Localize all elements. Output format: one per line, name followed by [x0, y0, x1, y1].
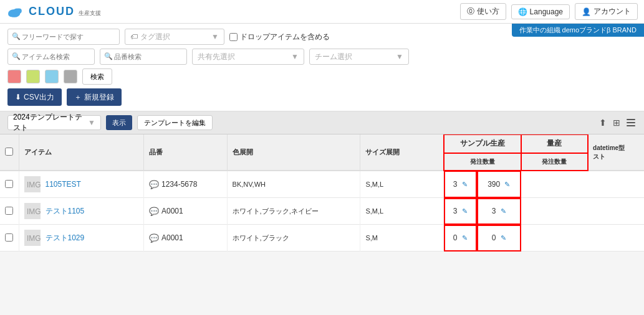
color-swatch-yellow[interactable] [26, 70, 40, 83]
product-num-cell-1: 💬 1234-5678 [143, 171, 227, 198]
language-icon: 🌐 [518, 7, 527, 16]
drop-item-checkbox-label[interactable]: ドロップアイテムを含める [229, 32, 330, 42]
sample-edit-icon-3[interactable]: ✎ [462, 234, 468, 242]
table-row: IMG 1105TEST 💬 1234-5678 BK,NV,WH S,M,L … [0, 171, 644, 198]
mass-order-cell-3: 0 ✎ [477, 225, 521, 252]
toolbar-row-2: 🔍 🔍 共有先選択 ▼ チーム選択 ▼ [7, 49, 637, 65]
item-link-3[interactable]: テスト1029 [46, 233, 85, 243]
mass-edit-icon-2[interactable]: ✎ [501, 207, 506, 215]
language-button[interactable]: 🌐 Language [511, 4, 570, 19]
col-header-product-num: 品番 [143, 134, 227, 171]
color-swatch-gray[interactable] [64, 70, 77, 83]
row-checkbox-3[interactable] [5, 233, 13, 242]
comment-icon-1[interactable]: 💬 [149, 180, 159, 189]
svg-text:IMG: IMG [27, 234, 41, 243]
color-range-cell-1: BK,NV,WH [227, 171, 360, 198]
mass-order-cell-2: 3 ✎ [477, 198, 521, 225]
row-checkbox-2[interactable] [5, 207, 13, 215]
help-icon: ⓪ [467, 6, 474, 17]
table-row: IMG テスト1029 💬 A0001 ホワイト,ブラック S,M 0 ✎ [0, 225, 644, 252]
select-all-checkbox[interactable] [5, 148, 13, 156]
team-select-dropdown[interactable]: チーム選択 ▼ [309, 49, 409, 65]
account-button[interactable]: 👤 アカウント [575, 3, 638, 20]
table-wrapper: アイテム 品番 色展開 サイズ展開 サンプル生産 量産 datetime型 スト… [0, 134, 644, 252]
svg-text:IMG: IMG [27, 207, 41, 216]
toolbar-row-3: 検索 [7, 68, 637, 85]
item-cell-3: IMG テスト1029 [19, 225, 143, 252]
template-edit-button[interactable]: テンプレートを編集 [137, 115, 213, 130]
account-icon: 👤 [582, 7, 591, 16]
size-range-cell-1: S,M,L [360, 171, 444, 198]
table-row: IMG テスト1105 💬 A0001 ホワイト,ブラック,ネイビー S,M,L… [0, 198, 644, 225]
share-select-dropdown[interactable]: 共有先選択 ▼ [192, 49, 304, 65]
color-swatch-pink[interactable] [7, 70, 21, 83]
template-show-button[interactable]: 表示 [106, 115, 132, 130]
item-thumbnail-2: IMG [24, 203, 41, 219]
sample-edit-icon-1[interactable]: ✎ [462, 181, 468, 188]
search-button[interactable]: 検索 [82, 68, 112, 85]
item-link-1[interactable]: 1105TEST [46, 180, 81, 189]
color-range-cell-2: ホワイト,ブラック,ネイビー [227, 198, 360, 225]
tag-chevron-icon: ▼ [211, 32, 219, 41]
team-chevron-icon: ▼ [396, 52, 403, 61]
logo: CLOUD 生産支援 [6, 3, 101, 21]
download-icon: ⬇ [15, 93, 21, 101]
new-register-button[interactable]: ＋ 新規登録 [67, 88, 122, 106]
item-link-2[interactable]: テスト1105 [46, 206, 85, 217]
size-range-cell-3: S,M [360, 225, 444, 252]
header-nav: ⓪ 使い方 🌐 Language 👤 アカウント [460, 3, 638, 20]
notification-bar: 作業中の組織 demoブランドβ BRAND [512, 24, 644, 37]
template-bar: 2024テンプレートテスト ▼ 表示 テンプレートを編集 ⬆ ⊞ [0, 111, 644, 134]
item-cell-1: IMG 1105TEST [19, 171, 143, 198]
menu-icon-button[interactable] [625, 118, 637, 128]
col-subheader-mass-order: 発注数量 [521, 153, 588, 171]
mass-edit-icon-3[interactable]: ✎ [501, 234, 506, 242]
col-header-item: アイテム [19, 134, 143, 171]
product-num-cell-3: 💬 A0001 [143, 225, 227, 252]
upload-icon-button[interactable]: ⬆ [598, 116, 608, 129]
comment-icon-3[interactable]: 💬 [149, 233, 159, 243]
datetime-cell-2 [521, 198, 588, 225]
logo-text: CLOUD [29, 5, 75, 18]
main-table: アイテム 品番 色展開 サイズ展開 サンプル生産 量産 datetime型 スト… [0, 134, 644, 252]
template-bar-right-controls: ⬆ ⊞ [598, 116, 637, 129]
freeword-search-input[interactable] [7, 29, 120, 45]
size-range-cell-2: S,M,L [360, 198, 444, 225]
col-header-color-range: 色展開 [227, 134, 360, 171]
template-chevron-icon: ▼ [88, 118, 95, 127]
svg-point-3 [17, 8, 22, 13]
mass-edit-icon-1[interactable]: ✎ [504, 181, 510, 188]
product-search-input[interactable] [100, 49, 187, 65]
item-thumbnail-1: IMG [24, 176, 41, 192]
grid-icon-button[interactable]: ⊞ [612, 116, 622, 129]
sample-order-cell-3: 0 ✎ [444, 225, 477, 252]
header: CLOUD 生産支援 ⓪ 使い方 🌐 Language 👤 アカウント 作業中の… [0, 0, 644, 24]
cloud-logo-icon [6, 3, 26, 21]
item-name-search-input[interactable] [7, 49, 95, 65]
col-header-sample-group: サンプル生産 [444, 134, 521, 153]
col-header-mass-group: 量産 [521, 134, 588, 153]
color-swatch-blue[interactable] [45, 70, 59, 83]
svg-point-2 [8, 12, 14, 17]
sample-edit-icon-2[interactable]: ✎ [462, 207, 468, 215]
col-header-size-range: サイズ展開 [360, 134, 444, 171]
sample-order-cell-2: 3 ✎ [444, 198, 477, 225]
share-chevron-icon: ▼ [291, 52, 299, 61]
logo-subtitle: 生産支援 [79, 9, 101, 17]
product-num-cell-2: 💬 A0001 [143, 198, 227, 225]
item-thumbnail-3: IMG [24, 230, 41, 246]
tag-icon: 🏷 [130, 32, 138, 41]
comment-icon-2[interactable]: 💬 [149, 207, 159, 216]
mass-order-cell-1: 390 ✎ [477, 171, 521, 198]
row-checkbox-1[interactable] [5, 180, 13, 188]
item-cell-2: IMG テスト1105 [19, 198, 143, 225]
help-button[interactable]: ⓪ 使い方 [460, 3, 506, 20]
drop-item-checkbox[interactable] [229, 33, 238, 41]
col-header-datetime: datetime型 スト [588, 134, 644, 171]
plus-icon: ＋ [74, 92, 82, 103]
csv-export-button[interactable]: ⬇ CSV出力 [7, 88, 62, 106]
tag-select-dropdown[interactable]: 🏷 タグ選択 ▼ [125, 29, 224, 45]
template-select-dropdown[interactable]: 2024テンプレートテスト ▼ [7, 115, 101, 130]
toolbar: 🔍 🏷 タグ選択 ▼ ドロップアイテムを含める 🔍 🔍 共有先選択 ▼ [0, 24, 644, 111]
datetime-cell-1 [521, 171, 588, 198]
